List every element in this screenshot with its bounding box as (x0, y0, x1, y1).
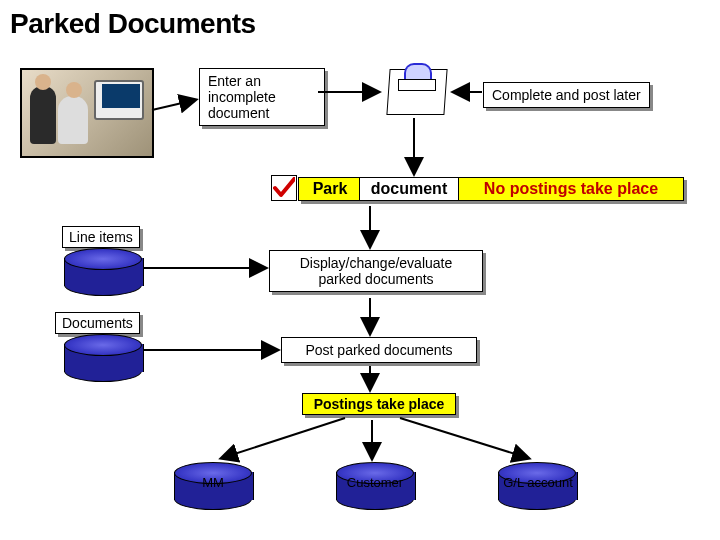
box-line-items: Line items (62, 226, 140, 248)
box-complete-later-text: Complete and post later (492, 87, 641, 103)
people-at-computer-image (20, 68, 154, 158)
cylinder-documents (64, 334, 142, 382)
box-complete-later: Complete and post later (483, 82, 650, 108)
cylinder-customer-label: Customer (336, 475, 414, 490)
cylinder-line-items (64, 248, 142, 296)
box-document-text: document (371, 180, 447, 197)
box-documents: Documents (55, 312, 140, 334)
box-line-items-text: Line items (69, 229, 133, 245)
box-enter-incomplete-text: Enter an incomplete document (208, 73, 276, 121)
checkmark-icon (271, 175, 297, 201)
cylinder-mm-label: MM (174, 475, 252, 490)
page-title: Parked Documents (10, 8, 256, 40)
box-no-postings: No postings take place (458, 177, 684, 201)
svg-line-0 (152, 100, 195, 110)
box-document: document (359, 177, 459, 201)
box-display-change: Display/change/evaluate parked documents (269, 250, 483, 292)
box-park-text: Park (313, 180, 348, 197)
clipboard-icon (382, 63, 450, 115)
svg-line-9 (222, 418, 345, 458)
box-documents-text: Documents (62, 315, 133, 331)
box-enter-incomplete: Enter an incomplete document (199, 68, 325, 126)
box-postings-take-place: Postings take place (302, 393, 456, 415)
box-park: Park (298, 177, 362, 201)
box-post-parked: Post parked documents (281, 337, 477, 363)
svg-line-11 (400, 418, 528, 458)
box-post-parked-text: Post parked documents (305, 342, 452, 358)
box-display-change-text: Display/change/evaluate parked documents (300, 255, 453, 287)
box-postings-take-place-text: Postings take place (314, 396, 445, 412)
box-no-postings-text: No postings take place (484, 180, 658, 197)
cylinder-gl-label: G/L account (492, 475, 584, 490)
